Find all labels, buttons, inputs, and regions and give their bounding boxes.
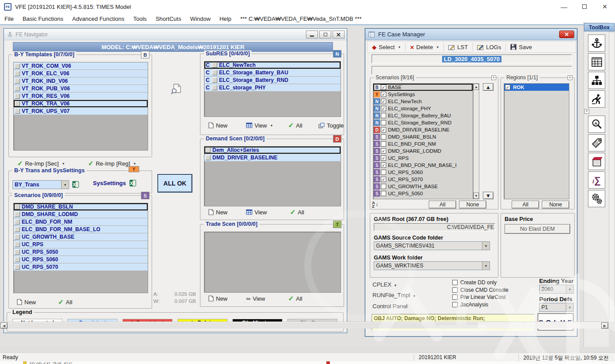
menu-item-shortcuts[interactable]: ShortCuts bbox=[151, 14, 186, 23]
select-button[interactable]: ◆Select▼ bbox=[368, 44, 405, 50]
demand-new-button[interactable]: New bbox=[208, 209, 227, 216]
option-checkbox[interactable] bbox=[452, 287, 458, 293]
item-checkbox[interactable] bbox=[15, 108, 20, 114]
list-item[interactable]: VT_ROK_COM_V06 bbox=[14, 62, 148, 70]
run-option-create-dd-only[interactable]: Create DD only bbox=[452, 279, 497, 286]
toolbox-tag-button[interactable] bbox=[588, 134, 605, 151]
scroll-left-icon[interactable]: ◄ bbox=[0, 322, 8, 329]
subres-list[interactable]: CELC_NewTechCELC_Storage_Battery_BAUCELC… bbox=[204, 61, 341, 117]
cplex-dropdown[interactable]: CPLEX ▼ bbox=[372, 281, 397, 288]
cm-scenarios-all-button[interactable]: All bbox=[429, 201, 456, 209]
list-item[interactable]: CELC_Storage_Battery_RND bbox=[204, 77, 341, 84]
scenario-checkbox[interactable]: ✓ bbox=[381, 155, 386, 161]
scenarios-new-button[interactable]: New bbox=[17, 299, 36, 306]
subres-all-button[interactable]: ✓All bbox=[288, 121, 302, 129]
demand-view-button[interactable]: View bbox=[246, 209, 267, 216]
item-checkbox[interactable] bbox=[212, 77, 217, 83]
maximize-button[interactable] bbox=[574, 0, 595, 13]
menu-item-advanced-functions[interactable]: Advanced Functions bbox=[68, 14, 129, 23]
minimize-button[interactable]: — bbox=[554, 0, 574, 13]
logs-button[interactable]: LOGs bbox=[473, 44, 505, 50]
list-item[interactable]: UC_GROWTH_BASE bbox=[14, 233, 148, 240]
reimp-sec-button[interactable]: ✓Re-Imp [Sec]▼ bbox=[17, 159, 65, 167]
subres-toggle-button[interactable]: Toggle bbox=[318, 122, 344, 129]
cm-scenarios-scrollbar[interactable]: ▲ ▼ bbox=[473, 83, 479, 199]
navigator-close-button[interactable]: ✕ bbox=[333, 31, 345, 39]
list-item[interactable]: VT_ROK_UPS_V07 bbox=[14, 108, 148, 115]
by-trans-combo[interactable]: BY_Trans▼ bbox=[12, 180, 69, 189]
toolbox-search-button[interactable]: A bbox=[588, 116, 605, 133]
list-item[interactable]: VT_ROK_ELC_V06 bbox=[14, 70, 148, 77]
close-button[interactable]: × bbox=[595, 0, 615, 13]
move-down-button[interactable]: ▼ bbox=[483, 192, 494, 199]
item-checkbox[interactable] bbox=[15, 219, 20, 225]
item-checkbox[interactable] bbox=[15, 227, 20, 232]
all-ok-button[interactable]: ALL OK bbox=[157, 174, 192, 193]
cm-regions-list[interactable]: ✓ROK bbox=[504, 83, 569, 199]
client-vertical-scrollbar[interactable] bbox=[609, 32, 615, 322]
list-item[interactable]: VT_ROK_RES_V06 bbox=[14, 93, 148, 100]
cm-scenarios-none-button[interactable]: None bbox=[459, 201, 486, 209]
cm-scenario-row[interactable]: SUC_RPS_5060 bbox=[373, 169, 473, 176]
scenario-checkbox[interactable]: ✓ bbox=[381, 85, 386, 90]
runfile-tmpl-dropdown[interactable]: RUNFile_Tmpl ▼ bbox=[372, 292, 416, 298]
run-option-close-cmd-console[interactable]: Close CMD Console bbox=[452, 287, 509, 293]
scenario-checkbox[interactable] bbox=[381, 191, 386, 196]
toolbox-runner-button[interactable] bbox=[588, 90, 605, 108]
scenario-checkbox[interactable]: ✓ bbox=[381, 106, 386, 111]
scenario-checkbox[interactable]: ✓ bbox=[381, 99, 386, 104]
cm-regions-none-button[interactable]: None bbox=[542, 201, 569, 209]
navigator-minimize-button[interactable] bbox=[306, 31, 318, 39]
toolbox-sigma-button[interactable]: i∑ bbox=[588, 171, 605, 189]
menu-item--c-veda-veda-fe-veda-snt-mdb-[interactable]: *** C:₩VEDA₩VEDA_FE₩Veda_SnT.MDB *** bbox=[236, 14, 366, 23]
case-manager-close-button[interactable]: ✕ bbox=[559, 31, 574, 38]
toolbox-header[interactable]: ToolBox bbox=[584, 23, 615, 31]
list-item[interactable]: UC_RPS_5050 bbox=[14, 248, 148, 256]
sort-az-icon[interactable]: AZ↓ bbox=[372, 201, 375, 208]
item-checkbox[interactable] bbox=[15, 204, 20, 209]
list-item[interactable]: ELC_BND_FOR_NM_BASE_LO bbox=[14, 226, 148, 233]
toolbox-expand-icon[interactable]: + bbox=[584, 109, 589, 114]
item-checkbox[interactable] bbox=[15, 78, 20, 84]
item-checkbox[interactable] bbox=[15, 264, 20, 270]
item-checkbox[interactable] bbox=[15, 234, 20, 240]
toolbox-notebook-button[interactable] bbox=[588, 153, 605, 170]
scenario-checkbox[interactable] bbox=[381, 134, 386, 139]
scroll-down-icon[interactable]: ▼ bbox=[474, 193, 479, 199]
item-checkbox[interactable] bbox=[15, 242, 20, 247]
item-checkbox[interactable] bbox=[15, 257, 20, 262]
menu-item-tools[interactable]: Tools bbox=[129, 14, 151, 23]
save-button[interactable]: Save bbox=[506, 44, 537, 50]
expand-plus-icon[interactable]: + bbox=[568, 75, 572, 80]
list-item[interactable]: CELC_NewTech bbox=[204, 62, 341, 69]
gams-source-combo[interactable]: GAMS_SRCTIMESV431▼ bbox=[374, 241, 490, 250]
item-checkbox[interactable] bbox=[212, 85, 217, 90]
item-checkbox[interactable] bbox=[212, 62, 217, 68]
list-item[interactable]: VT_ROK_PUB_V06 bbox=[14, 85, 148, 92]
demand-list[interactable]: Dem_Alloc+SeriesDMD_DRIVER_BASELINE bbox=[204, 146, 341, 206]
menu-item-basic-functions[interactable]: Basic Functions bbox=[18, 14, 68, 23]
list-item[interactable]: CELC_Storage_Battery_BAU bbox=[204, 69, 341, 76]
cm-scenario-row[interactable]: B✓BASE bbox=[373, 84, 473, 91]
lst-button[interactable]: LST bbox=[444, 44, 472, 50]
cm-scenario-row[interactable]: SELC_BND_FOR_NM bbox=[373, 140, 473, 147]
scroll-up-icon[interactable]: ▲ bbox=[474, 84, 479, 90]
cm-scenario-row[interactable]: S✓ELC_BND_FOR_NM_BASE_I bbox=[373, 162, 473, 169]
list-item[interactable]: VT_ROK_IND_V06 bbox=[14, 77, 148, 85]
list-item[interactable]: DMD_SHARE_BSLN bbox=[14, 203, 148, 210]
toolbox-anchor-button[interactable] bbox=[588, 35, 605, 52]
no-elast-dem-button[interactable]: No Elast DEM bbox=[505, 224, 570, 234]
cm-scenario-row[interactable]: NELC_Storage_Battery_RND bbox=[373, 119, 473, 126]
period-defs-combo[interactable]: P1▼ bbox=[539, 303, 574, 312]
cm-scenario-row[interactable]: S✓UC_RPS bbox=[373, 155, 473, 162]
demand-all-button[interactable]: ✓All bbox=[290, 208, 304, 216]
case-name-field[interactable]: LD_3020_4035_5070 bbox=[372, 54, 572, 63]
cm-scenario-row[interactable]: SUC_RPS_5050 bbox=[373, 190, 473, 197]
item-checkbox[interactable] bbox=[205, 147, 211, 153]
cm-scenario-row[interactable]: NELC_Storage_Battery_BAU bbox=[373, 112, 473, 119]
cm-scenario-row[interactable]: SUC_GROWTH_BASE bbox=[373, 183, 473, 190]
list-item[interactable]: CELC_storage_PHY bbox=[204, 84, 341, 91]
cm-region-row[interactable]: ✓ROK bbox=[504, 84, 569, 91]
fe-navigator-titlebar[interactable]: FE Navigator ✕ bbox=[4, 29, 347, 40]
cm-scenario-row[interactable]: D✓DMD_DRIVER_BASELINE bbox=[373, 126, 473, 133]
